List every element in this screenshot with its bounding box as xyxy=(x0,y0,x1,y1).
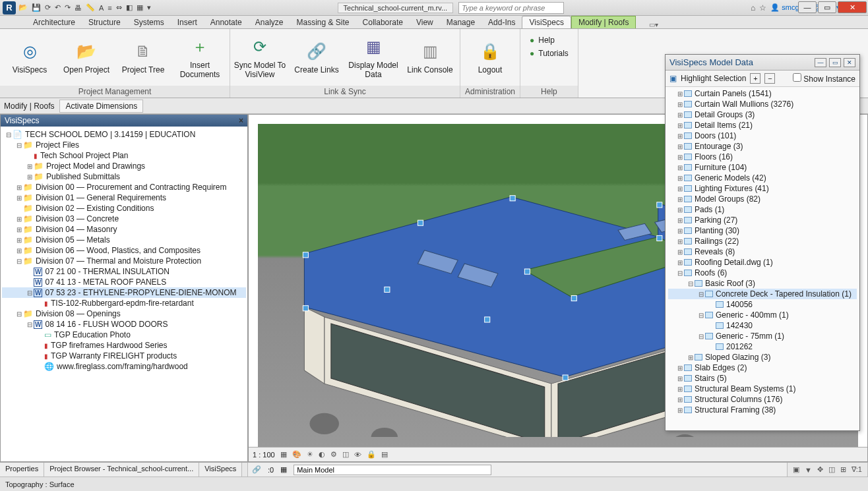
menu-tab-add-ins[interactable]: Add-Ins xyxy=(481,16,522,28)
model-tree-item[interactable]: 201262 xyxy=(668,341,857,352)
tree-item[interactable]: ⊞📁Division 03 — Concrete xyxy=(2,214,246,224)
funnel-icon[interactable]: ∇:1 xyxy=(852,465,862,474)
model-tree-item[interactable]: ⊞Detail Groups (3) xyxy=(668,109,857,120)
highlight-icon[interactable]: ▣ xyxy=(669,74,677,83)
lock-icon[interactable]: 🔒 xyxy=(367,450,376,459)
bottom-tab-project[interactable]: Project Browser - Technical_school-curre… xyxy=(44,463,199,477)
shadow-icon[interactable]: ◐ xyxy=(319,450,325,459)
tree-item[interactable]: W07 41 13 - METAL ROOF PANELS xyxy=(2,277,246,287)
model-tree-item[interactable]: ⊞Floors (16) xyxy=(668,152,857,162)
favorite-icon[interactable]: ☆ xyxy=(759,3,766,13)
model-tree-item[interactable]: ⊞Model Groups (82) xyxy=(668,194,857,204)
tree-item[interactable]: W07 21 00 - THERMAL INSULATION xyxy=(2,266,246,277)
ribbon-display-model-data[interactable]: ▦Display Model Data xyxy=(345,32,402,83)
detail-icon[interactable]: ▦ xyxy=(280,450,287,459)
model-tree-item[interactable]: ⊞Curtain Panels (1541) xyxy=(668,88,857,99)
section-icon[interactable]: ▦ xyxy=(137,3,143,12)
bottom-tab-visispecs[interactable]: VisiSpecs xyxy=(199,463,242,477)
model-tree-item[interactable]: ⊞Generic Models (42) xyxy=(668,173,857,183)
ribbon-project-tree[interactable]: 🗎Project Tree xyxy=(115,32,171,83)
model-tree-item[interactable]: ⊞Detail Items (21) xyxy=(668,120,857,130)
model-tree-item[interactable]: ⊞Planting (30) xyxy=(668,225,857,236)
render-icon[interactable]: ⚙ xyxy=(330,450,337,459)
ribbon-insert-documents[interactable]: ＋Insert Documents xyxy=(171,32,228,83)
model-data-panel[interactable]: VisiSpecs Model Data — ▭ ✕ ▣ Highlight S… xyxy=(665,54,860,431)
tree-item[interactable]: ⊞📁Published Submittals xyxy=(2,171,246,182)
activate-dimensions-button[interactable]: Activate Dimensions xyxy=(59,100,143,113)
menu-tab-massing-site[interactable]: Massing & Site xyxy=(290,16,356,28)
tree-item[interactable]: ▭TGP Education Photo xyxy=(2,330,246,340)
search-input[interactable] xyxy=(458,2,564,14)
tree-item[interactable]: ⊟📁Project Files xyxy=(2,140,246,150)
tree-item[interactable]: ⊞📁Division 05 — Metals xyxy=(2,235,246,245)
tree-item[interactable]: ⊞📁Division 06 — Wood, Plastics, and Comp… xyxy=(2,245,246,256)
tree-item[interactable]: ⊞📁Division 01 — General Requirements xyxy=(2,192,246,203)
tree-item[interactable]: ⊞📁Project Model and Drawings xyxy=(2,161,246,171)
workset-selector[interactable] xyxy=(294,465,491,475)
scale-selector[interactable]: 1 : 100 xyxy=(253,451,275,459)
panel-close-button[interactable]: ✕ xyxy=(844,58,855,67)
menu-tab-annotate[interactable]: Annotate xyxy=(204,16,249,28)
menu-tab-architecture[interactable]: Architecture xyxy=(26,16,82,28)
panel-max-button[interactable]: ▭ xyxy=(829,58,841,67)
model-tree-item[interactable]: 140056 xyxy=(668,299,857,310)
menu-tab-modify-roofs[interactable]: Modify | Roofs xyxy=(571,16,636,28)
model-tree-item[interactable]: ⊞Sloped Glazing (3) xyxy=(668,352,857,362)
style-icon[interactable]: 🎨 xyxy=(292,450,301,459)
menu-tab-view[interactable]: View xyxy=(410,16,440,28)
undo-icon[interactable]: ↶ xyxy=(55,3,61,12)
model-tree-item[interactable]: ⊞Furniture (104) xyxy=(668,162,857,173)
tree-item[interactable]: ⊟📁Division 08 — Openings xyxy=(2,308,246,319)
ribbon-open-project[interactable]: 📂Open Project xyxy=(58,32,115,83)
model-tree-item[interactable]: ⊟Basic Roof (3) xyxy=(668,278,857,289)
face-icon[interactable]: ◫ xyxy=(828,465,835,474)
tree-item[interactable]: 📁Division 02 — Existing Conditions xyxy=(2,203,246,214)
model-tree-item[interactable]: ⊞Slab Edges (2) xyxy=(668,362,857,373)
model-tree-item[interactable]: ⊞Reveals (8) xyxy=(668,246,857,257)
menu-tab-manage[interactable]: Manage xyxy=(440,16,481,28)
tree-root[interactable]: ⊟📄 TECH SCHOOL DEMO | 3.14159 | EDUCATIO… xyxy=(2,129,246,140)
app-logo[interactable]: R xyxy=(3,1,16,14)
model-data-tree[interactable]: ⊞Curtain Panels (1541)⊞Curtain Wall Mull… xyxy=(666,87,859,430)
model-tree-item[interactable]: ⊟Generic - 75mm (1) xyxy=(668,331,857,341)
measure-icon[interactable]: 📏 xyxy=(86,3,95,12)
tree-item[interactable]: ⊟📁Division 07 — Thermal and Moisture Pro… xyxy=(2,256,246,266)
tree-item[interactable]: ⊞📁Division 04 — Masonry xyxy=(2,224,246,235)
show-instance-checkbox[interactable] xyxy=(793,73,801,82)
menu-tab-structure[interactable]: Structure xyxy=(82,16,127,28)
tree-item[interactable]: 🌐www.fireglass.com/framing/hardwood xyxy=(2,361,246,372)
filter-icon[interactable]: ▼ xyxy=(805,466,812,474)
model-tree-item[interactable]: ⊞Doors (101) xyxy=(668,130,857,141)
model-tree-item[interactable]: ⊞Entourage (3) xyxy=(668,141,857,152)
panel-close-icon[interactable]: × xyxy=(239,116,243,125)
dimension-icon[interactable]: ⇔ xyxy=(116,3,122,12)
sun-icon[interactable]: ☀ xyxy=(307,450,313,459)
tag-icon[interactable]: ◧ xyxy=(126,3,133,12)
ribbon-visispecs[interactable]: ◎VisiSpecs xyxy=(1,32,58,83)
expand-all-button[interactable]: + xyxy=(750,73,760,84)
model-tree-item[interactable]: ⊟Roofs (6) xyxy=(668,268,857,278)
snap-icon[interactable]: ⊞ xyxy=(840,465,846,474)
menu-tab-collaborate[interactable]: Collaborate xyxy=(356,16,410,28)
select-icon[interactable]: ▣ xyxy=(793,465,799,474)
menu-tab-insert[interactable]: Insert xyxy=(171,16,204,28)
ribbon-link-console[interactable]: ▥Link Console xyxy=(402,32,458,83)
panel-min-button[interactable]: — xyxy=(815,58,826,67)
close-button[interactable]: ✕ xyxy=(838,1,867,13)
sync-icon[interactable]: ⟳ xyxy=(45,3,51,12)
collapse-all-button[interactable]: − xyxy=(764,73,775,84)
model-icon[interactable]: ▦ xyxy=(280,465,287,474)
model-tree-item[interactable]: ⊞Parking (27) xyxy=(668,215,857,225)
ribbon-tutorials[interactable]: ● Tutorials xyxy=(530,49,569,58)
tree-item[interactable]: ▮Tech School Project Plan xyxy=(2,150,246,161)
tree-item[interactable]: ⊞📁Division 00 — Procurement and Contract… xyxy=(2,182,246,192)
maximize-button[interactable]: ▭ xyxy=(818,1,836,13)
tree-item[interactable]: ⊟W07 53 23 - ETHYLENE-PROPYLENE-DIENE-MO… xyxy=(2,287,246,298)
model-tree-item[interactable]: ⊟Generic - 400mm (1) xyxy=(668,310,857,320)
project-tree[interactable]: ⊟📄 TECH SCHOOL DEMO | 3.14159 | EDUCATIO… xyxy=(1,127,247,461)
menu-tab-analyze[interactable]: Analyze xyxy=(249,16,290,28)
model-tree-item[interactable]: 142430 xyxy=(668,320,857,331)
print-icon[interactable]: 🖶 xyxy=(75,4,82,12)
model-tree-item[interactable]: ⊞Pads (1) xyxy=(668,204,857,215)
menu-tab-systems[interactable]: Systems xyxy=(127,16,171,28)
